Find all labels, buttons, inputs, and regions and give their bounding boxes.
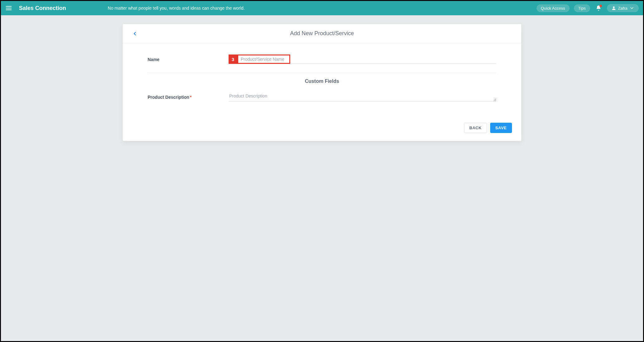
custom-fields-heading: Custom Fields bbox=[148, 73, 496, 84]
top-bar: Sales Connection No matter what people t… bbox=[1, 1, 643, 15]
form-card: Add New Product/Service Name 3 Custom Fi… bbox=[123, 24, 521, 141]
quick-access-label: Quick Access bbox=[541, 6, 565, 11]
hamburger-menu-icon[interactable] bbox=[5, 5, 12, 12]
name-label: Name bbox=[148, 55, 222, 62]
required-star-icon: * bbox=[190, 95, 192, 100]
page-title: Add New Product/Service bbox=[290, 30, 354, 37]
form-actions: BACK SAVE bbox=[123, 110, 521, 134]
user-menu-button[interactable]: Zafra bbox=[607, 4, 639, 12]
notifications-button[interactable] bbox=[594, 4, 603, 12]
product-description-input[interactable] bbox=[229, 92, 496, 102]
chevron-down-icon bbox=[629, 6, 634, 11]
description-label-text: Product Description bbox=[148, 95, 189, 100]
back-chevron-icon[interactable] bbox=[131, 30, 138, 37]
name-input-underline bbox=[290, 55, 496, 64]
brand-title[interactable]: Sales Connection bbox=[19, 5, 66, 12]
svg-point-3 bbox=[613, 7, 614, 8]
tips-button[interactable]: Tips bbox=[574, 4, 590, 12]
back-button[interactable]: BACK bbox=[464, 123, 487, 133]
user-icon bbox=[611, 6, 616, 11]
user-name-label: Zafra bbox=[618, 6, 627, 11]
tips-label: Tips bbox=[578, 6, 586, 11]
save-button[interactable]: SAVE bbox=[490, 123, 512, 133]
description-label: Product Description* bbox=[148, 92, 222, 100]
card-header: Add New Product/Service bbox=[123, 24, 521, 43]
name-row: Name 3 bbox=[148, 55, 496, 64]
description-row: Product Description* bbox=[148, 92, 496, 102]
quick-access-button[interactable]: Quick Access bbox=[537, 4, 570, 12]
tagline-text: No matter what people tell you, words an… bbox=[108, 6, 245, 11]
page-background: Add New Product/Service Name 3 Custom Fi… bbox=[1, 15, 643, 341]
notification-dot-icon bbox=[599, 5, 602, 7]
name-input-highlight bbox=[237, 55, 290, 64]
product-name-input[interactable] bbox=[241, 57, 287, 62]
callout-step-badge: 3 bbox=[229, 55, 237, 64]
